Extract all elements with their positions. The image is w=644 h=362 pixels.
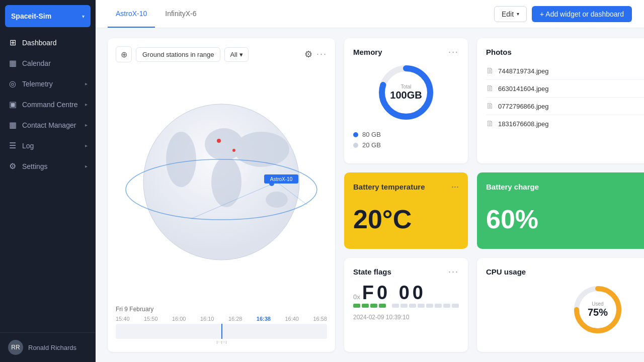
sidebar-item-telemetry[interactable]: ◎ Telemetry ▸ <box>0 73 96 94</box>
flags-display: 0x F0 00 <box>353 282 459 304</box>
timeline-time-5: 16:38 <box>257 316 271 322</box>
globe-more-button[interactable]: ··· <box>316 49 327 60</box>
timeline-time-2: 16:00 <box>172 316 186 322</box>
sidebar-label-calendar: Calendar <box>22 59 51 67</box>
settings-icon: ⚙ <box>8 161 17 171</box>
timeline-time-7: 16:58 <box>313 316 327 322</box>
svg-point-5 <box>211 157 242 207</box>
sidebar-item-contact-manager[interactable]: ▦ Contact Manager ▸ <box>0 115 96 135</box>
command-centre-expand-icon: ▸ <box>85 102 88 107</box>
flags-hex-prefix: 0x <box>353 293 360 301</box>
bit-2 <box>370 304 377 308</box>
brand-arrow-icon: ▾ <box>82 14 85 19</box>
memory-free-label: 20 GB <box>362 141 381 149</box>
bit-6 <box>409 304 416 308</box>
timeline: Fri 9 February 15:4015:5016:0016:1016:28… <box>116 306 327 344</box>
log-icon: ☰ <box>8 141 17 150</box>
sidebar-item-log[interactable]: ☰ Log ▸ <box>0 135 96 156</box>
photo-item-0: 🗎 7448719734.jpeg Download Open <box>486 62 644 80</box>
photo-file-icon-2: 🗎 <box>486 102 494 111</box>
bit-11 <box>452 304 459 308</box>
battery-temp-title: Battery temperature <box>353 183 425 191</box>
battery-charge-value: 60% <box>486 204 644 234</box>
timeline-time-1: 15:50 <box>144 316 158 322</box>
tab-infinityx6[interactable]: InfinityX-6 <box>157 0 204 28</box>
bit-4 <box>392 304 399 308</box>
flags-bits <box>353 304 459 308</box>
sidebar-footer: RR Ronald Richards <box>0 332 96 362</box>
cpu-donut: Used 75% <box>570 282 625 337</box>
filter-arrow-icon: ▾ <box>239 51 243 58</box>
bit-7 <box>418 304 425 308</box>
globe-svg: AstroX-10 <box>116 94 327 275</box>
edit-button[interactable]: Edit ▾ <box>494 6 527 22</box>
sidebar-label-contact-manager: Contact Manager <box>22 121 76 129</box>
photo-name-3: 1831676608.jpeg <box>498 120 549 128</box>
svg-point-13 <box>217 139 221 143</box>
globe-header: ⊕ Ground stations in range All ▾ ⚙ ··· <box>116 46 327 62</box>
contact-manager-icon: ▦ <box>8 120 17 130</box>
memory-menu-button[interactable]: ··· <box>448 47 459 56</box>
svg-point-8 <box>266 192 288 208</box>
globe-svg-wrapper: AstroX-10 <box>116 68 327 301</box>
battery-temp-value: 20°C <box>353 204 459 234</box>
sidebar-item-calendar[interactable]: ▦ Calendar <box>0 53 96 73</box>
photos-title: Photos <box>486 48 512 56</box>
avatar: RR <box>8 340 23 355</box>
photo-item-2: 🗎 0772796866.jpeg Download Open <box>486 98 644 115</box>
photo-item-3: 🗎 1831676608.jpeg Download Open <box>486 115 644 132</box>
memory-free-legend: 20 GB <box>353 141 459 149</box>
dashboard-icon: ⊞ <box>8 38 17 47</box>
sidebar-label-settings: Settings <box>22 162 48 170</box>
username: Ronald Richards <box>28 344 76 351</box>
cpu-title: CPU usage <box>486 267 526 276</box>
cpu-used-text: Used <box>588 301 608 307</box>
timeline-current-marker <box>221 324 222 339</box>
topbar-actions: Edit ▾ + Add widget or dashboard <box>494 6 632 22</box>
timeline-date: Fri 9 February <box>116 306 327 313</box>
sidebar: Spaceit-Sim ▾ ⊞ Dashboard ▦ Calendar ◎ T… <box>0 0 96 362</box>
photo-file-icon-1: 🗎 <box>486 84 494 93</box>
bit-10 <box>443 304 450 308</box>
svg-point-6 <box>234 132 289 167</box>
flags-value: F0 00 <box>362 282 426 304</box>
free-dot <box>353 143 358 148</box>
state-flags-menu-button[interactable]: ··· <box>448 267 459 276</box>
memory-donut-wrapper: Total 100GB <box>353 62 459 123</box>
svg-text:AstroX-10: AstroX-10 <box>270 176 293 182</box>
svg-point-7 <box>166 132 196 187</box>
ground-stations-button[interactable]: Ground stations in range <box>136 47 220 62</box>
photo-left-0: 🗎 7448719734.jpeg <box>486 66 549 75</box>
memory-legend: 80 GB 20 GB <box>353 131 459 149</box>
sidebar-item-dashboard[interactable]: ⊞ Dashboard <box>0 32 96 53</box>
sidebar-item-settings[interactable]: ⚙ Settings ▸ <box>0 156 96 176</box>
sidebar-item-command-centre[interactable]: ▣ Command Centre ▸ <box>0 94 96 115</box>
sidebar-nav: ⊞ Dashboard ▦ Calendar ◎ Telemetry ▸ ▣ C… <box>0 27 96 332</box>
globe-settings-icon[interactable]: ⚙ <box>304 49 312 60</box>
flags-separator <box>387 304 390 308</box>
photo-file-icon-3: 🗎 <box>486 119 494 128</box>
filter-select[interactable]: All ▾ <box>224 47 248 62</box>
memory-used-label: 80 GB <box>362 131 381 138</box>
sidebar-label-command-centre: Command Centre <box>22 101 78 109</box>
sidebar-label-telemetry: Telemetry <box>22 80 53 88</box>
command-centre-icon: ▣ <box>8 100 17 109</box>
edit-arrow-icon: ▾ <box>517 11 519 17</box>
photo-item-1: 🗎 6630141604.jpeg Download Open <box>486 80 644 98</box>
battery-charge-widget: Battery charge ··· 60% <box>477 172 644 249</box>
used-dot <box>353 132 358 137</box>
timeline-time-0: 15:40 <box>116 316 130 322</box>
add-widget-button[interactable]: + Add widget or dashboard <box>532 6 632 22</box>
main-area: AstroX-10 InfinityX-6 Edit ▾ + Add widge… <box>96 0 644 362</box>
cpu-widget: CPU usage ··· Used 75% <box>477 258 644 352</box>
globe-target-icon-button[interactable]: ⊕ <box>116 46 132 62</box>
photo-left-1: 🗎 6630141604.jpeg <box>486 84 549 93</box>
cpu-value: 75% <box>588 307 608 318</box>
photo-name-1: 6630141604.jpeg <box>498 85 549 93</box>
photo-left-2: 🗎 0772796866.jpeg <box>486 102 549 111</box>
battery-temp-menu-button[interactable]: ··· <box>451 182 459 192</box>
bit-3 <box>379 304 386 308</box>
tab-astrox10[interactable]: AstroX-10 <box>108 0 155 28</box>
brand-button[interactable]: Spaceit-Sim ▾ <box>5 5 91 27</box>
photo-left-3: 🗎 1831676608.jpeg <box>486 119 549 128</box>
